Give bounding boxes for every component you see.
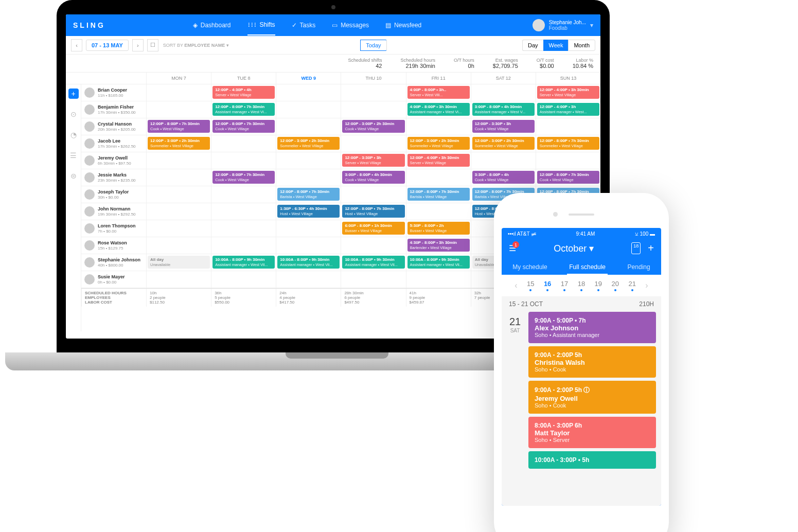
nav-newsfeed[interactable]: ▤Newsfeed — [385, 21, 421, 29]
next-week-button[interactable]: › — [132, 39, 144, 51]
day-slot[interactable] — [341, 101, 405, 118]
employee-cell[interactable]: Loren Thompson7h • $0.00 — [81, 220, 146, 237]
day-slot[interactable]: 3:30P - 8:00P • 4hCook • West Village — [471, 169, 536, 186]
month-selector[interactable]: October ▾ — [554, 243, 594, 254]
date-pill[interactable]: 21 — [628, 280, 635, 291]
day-slot[interactable]: 10:00A - 8:00P • 9h 30minAssistant manag… — [341, 254, 405, 271]
shift-block[interactable]: 3:00P - 8:00P • 4h 30minAssistant manage… — [472, 103, 535, 116]
day-slot[interactable] — [341, 271, 405, 288]
month-view-button[interactable]: Month — [568, 40, 595, 51]
day-slot[interactable]: 12:00P - 3:00P • 2h 30minSommelier • Wes… — [406, 135, 471, 152]
day-slot[interactable] — [146, 169, 211, 186]
shift-block[interactable]: 12:00P - 3:00P • 2h 30minSommelier • Wes… — [277, 137, 340, 150]
day-slot[interactable]: 12:00P - 8:00P • 7h 30minAssistant manag… — [211, 101, 276, 118]
day-slot[interactable] — [276, 271, 341, 288]
clock-icon[interactable]: ◔ — [68, 130, 79, 140]
settings-icon[interactable]: ⊜ — [68, 171, 79, 181]
day-slot[interactable] — [146, 220, 211, 237]
day-slot[interactable] — [406, 271, 471, 288]
shift-block[interactable]: 12:00P - 4:00P • 3h 30minServer • West V… — [407, 154, 470, 167]
employee-cell[interactable]: Susie Mayer0h • $0.00 — [81, 271, 146, 288]
day-slot[interactable] — [211, 220, 276, 237]
day-header[interactable]: FRI 11 — [406, 73, 471, 84]
day-slot[interactable]: 12:00P - 8:00P • 7h 30minCook • West Vil… — [211, 169, 276, 186]
day-slot[interactable] — [146, 84, 211, 101]
shift-card[interactable]: 8:00A - 3:00P 6hMatt TaylorSoho • Server — [528, 417, 656, 448]
day-slot[interactable]: 12:00P - 3:00P • 2h 30minSommelier • Wes… — [276, 135, 341, 152]
shift-block[interactable]: 12:00P - 4:00P • 3h 30minServer • West V… — [537, 86, 599, 99]
date-pill[interactable]: 20 — [612, 280, 619, 291]
today-button[interactable]: Today — [360, 40, 386, 51]
user-menu[interactable]: Stephanie Joh... Foodlab ▾ — [533, 19, 593, 31]
shift-block[interactable]: 10:00A - 8:00P • 9h 30minAssistant manag… — [342, 256, 404, 269]
sort-value[interactable]: EMPLOYEE NAME — [184, 43, 225, 48]
nav-shifts[interactable]: ⫶⫶⫶Shifts — [247, 21, 275, 36]
day-header[interactable]: WED 9 — [276, 73, 341, 84]
prev-arrow[interactable]: ‹ — [515, 281, 517, 290]
shift-block[interactable]: 12:00P - 4:00P • 3hAssistant manager • W… — [537, 103, 599, 116]
shift-block[interactable]: 6:00P - 8:00P • 1h 30minBusser • West Vi… — [342, 222, 404, 235]
tab-pending[interactable]: Pending — [626, 260, 652, 275]
day-slot[interactable] — [146, 271, 211, 288]
shift-card[interactable]: 9:00A - 2:00P 5hChristina WalshSoho • Co… — [528, 346, 656, 378]
date-pill[interactable]: 16 — [544, 280, 551, 291]
day-slot[interactable]: 12:00P - 3:00P • 2h 30minSommelier • Wes… — [146, 135, 211, 152]
day-slot[interactable]: 3:00P - 8:00P • 4h 30minCook • West Vill… — [341, 169, 405, 186]
date-range-button[interactable]: 07 - 13 MAY — [86, 40, 129, 51]
employee-cell[interactable]: Stephanie Johnson40h • $800.00 — [81, 254, 146, 271]
shift-block[interactable]: 12:00P - 3:30P • 3hCook • West Village — [472, 120, 535, 133]
shift-block[interactable]: 10:00A - 8:00P • 9h 30minAssistant manag… — [277, 256, 340, 269]
date-pill[interactable]: 17 — [561, 280, 568, 291]
day-slot[interactable]: 12:00P - 8:00P • 7h 30minBarista • West … — [276, 186, 341, 203]
day-slot[interactable] — [406, 203, 471, 220]
shift-block[interactable]: 4:30P - 8:00P • 3h 30minBartender • West… — [407, 239, 470, 252]
shift-block[interactable]: 12:00P - 3:00P • 2h 30minSommelier • Wes… — [472, 137, 535, 150]
day-slot[interactable]: 4:00P - 8:00P • 3h 30minAssistant manage… — [406, 101, 471, 118]
day-slot[interactable] — [471, 152, 536, 169]
day-slot[interactable] — [276, 84, 341, 101]
date-pill[interactable]: 15 — [527, 280, 534, 291]
nav-dashboard[interactable]: ◈Dashboard — [193, 21, 231, 29]
tab-my-schedule[interactable]: My schedule — [510, 260, 549, 275]
day-slot[interactable]: 12:00P - 4:00P • 3h 30minServer • West V… — [406, 152, 471, 169]
location-icon[interactable]: ⊙ — [68, 109, 79, 119]
day-slot[interactable] — [211, 152, 276, 169]
nav-messages[interactable]: ▭Messages — [332, 21, 369, 29]
employee-cell[interactable]: Rose Watson15h • $129.75 — [81, 237, 146, 254]
day-slot[interactable]: 6:00P - 8:00P • 1h 30minBusser • West Vi… — [341, 220, 405, 237]
day-slot[interactable]: 12:00P - 8:00P • 7h 30minSommelier • Wes… — [536, 135, 600, 152]
day-slot[interactable] — [146, 152, 211, 169]
day-slot[interactable]: All dayUnavailable — [146, 254, 211, 271]
date-pill[interactable]: 19 — [595, 280, 602, 291]
day-slot[interactable]: 12:00P - 3:00P • 2h 30minSommelier • Wes… — [471, 135, 536, 152]
day-slot[interactable] — [146, 101, 211, 118]
day-slot[interactable] — [276, 152, 341, 169]
day-slot[interactable] — [276, 220, 341, 237]
employee-cell[interactable]: Jacob Lee17h 30min • $262.50 — [81, 135, 146, 152]
shift-block[interactable]: 12:00P - 8:00P • 7h 30minHost • West Vil… — [342, 205, 404, 218]
day-slot[interactable]: 12:00P - 8:00P • 7h 30minBarista • West … — [406, 186, 471, 203]
shift-block[interactable]: 12:00P - 8:00P • 7h 30minBarista • West … — [407, 188, 470, 201]
shift-block[interactable]: 10:00A - 8:00P • 9h 30minAssistant manag… — [212, 256, 275, 269]
shift-block[interactable]: 12:00P - 8:00P • 7h 30minAssistant manag… — [212, 103, 275, 116]
day-slot[interactable] — [276, 118, 341, 135]
shift-block[interactable]: 12:00P - 8:00P • 7h 30minCook • West Vil… — [537, 171, 599, 184]
shift-block[interactable]: 12:00P - 3:00P • 2h 30minSommelier • Wes… — [407, 137, 470, 150]
shift-block[interactable]: 12:00P - 3:30P • 3hServer • West Village — [342, 154, 404, 167]
day-header[interactable]: SUN 13 — [536, 73, 600, 84]
shift-block[interactable]: 12:00P - 8:00P • 7h 30minCook • West Vil… — [212, 171, 275, 184]
employee-cell[interactable]: Jessie Marks23h 30min • $235.00 — [81, 169, 146, 186]
day-slot[interactable] — [276, 101, 341, 118]
day-slot[interactable]: 12:00P - 8:00P • 7h 30minCook • West Vil… — [211, 118, 276, 135]
employee-cell[interactable]: John Normann19h 30min • $292.50 — [81, 203, 146, 220]
employee-cell[interactable]: Crystal Hanson20h 30min • $205.00 — [81, 118, 146, 135]
day-slot[interactable] — [211, 203, 276, 220]
day-slot[interactable] — [406, 118, 471, 135]
day-slot[interactable]: 12:00P - 4:00P • 3hAssistant manager • W… — [536, 101, 600, 118]
shift-block[interactable]: 5:30P - 8:00P • 2hBusser • West Village — [407, 222, 470, 235]
checkbox-toggle[interactable]: ☐ — [147, 39, 158, 51]
day-slot[interactable]: 12:00P - 3:30P • 3hServer • West Village — [341, 152, 405, 169]
day-slot[interactable] — [146, 203, 211, 220]
day-slot[interactable]: 3:00P - 8:00P • 4h 30minAssistant manage… — [471, 101, 536, 118]
day-slot[interactable]: 12:00P - 8:00P • 7h 30minCook • West Vil… — [146, 118, 211, 135]
